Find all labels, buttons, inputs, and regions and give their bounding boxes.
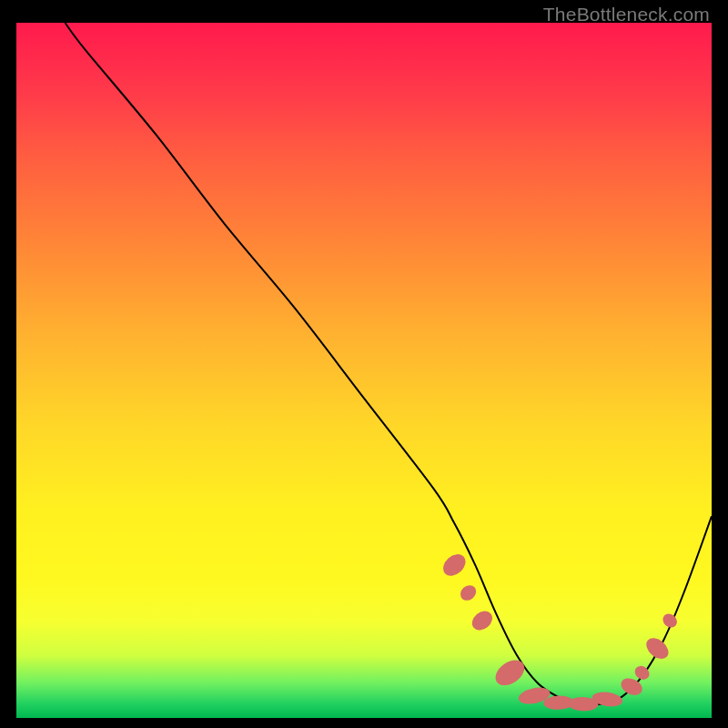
curve-marker [469, 607, 497, 634]
curve-marker [458, 582, 480, 604]
curve-marker [490, 655, 529, 691]
curve-markers [439, 550, 680, 712]
chart-svg [16, 23, 712, 718]
curve-marker [642, 634, 672, 663]
chart-area [16, 23, 712, 718]
curve-marker [439, 550, 470, 580]
bottleneck-curve [66, 23, 713, 705]
